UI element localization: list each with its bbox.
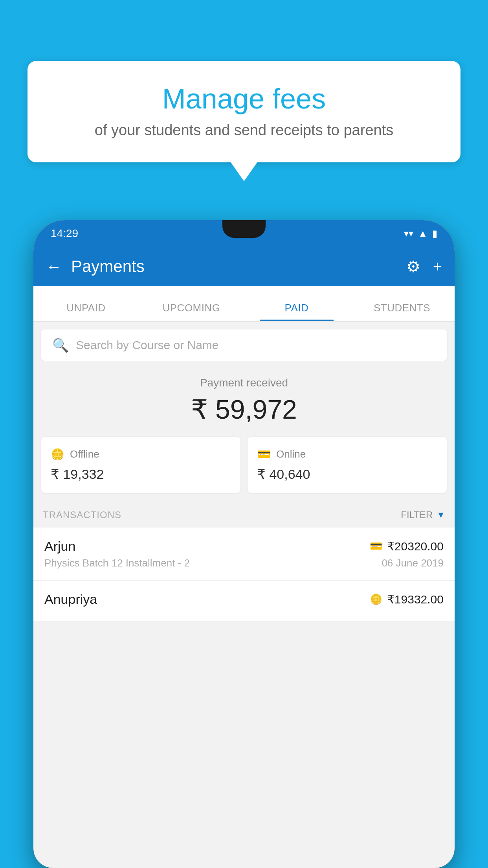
tabs: UNPAID UPCOMING PAID STUDENTS <box>33 286 455 322</box>
payment-cards: 🪙 Offline ₹ 19,332 💳 Online ₹ 40,640 <box>33 437 455 502</box>
bubble-subtitle: of your students and send receipts to pa… <box>51 122 437 139</box>
transaction-amount-2: ₹19332.00 <box>387 592 444 606</box>
cash-payment-icon-2: 🪙 <box>370 593 382 605</box>
back-button[interactable]: ← <box>46 258 62 276</box>
screen-body: 🔍 Search by Course or Name Payment recei… <box>33 322 455 868</box>
search-bar[interactable]: 🔍 Search by Course or Name <box>41 329 447 361</box>
tab-students[interactable]: STUDENTS <box>349 302 455 321</box>
online-card: 💳 Online ₹ 40,640 <box>248 437 447 493</box>
tab-unpaid[interactable]: UNPAID <box>33 302 139 321</box>
signal-icon: ▲ <box>418 228 427 239</box>
phone-screen: 14:29 ▾▾ ▲ ▮ ← Payments ⚙ + UNPAID UPCOM… <box>33 220 455 868</box>
table-row[interactable]: Arjun 💳 ₹20320.00 Physics Batch 12 Insta… <box>33 528 455 581</box>
transaction-top-1: Arjun 💳 ₹20320.00 <box>44 539 444 554</box>
app-bar: ← Payments ⚙ + <box>33 247 455 286</box>
status-bar: 14:29 ▾▾ ▲ ▮ <box>33 220 455 247</box>
search-placeholder: Search by Course or Name <box>76 338 219 352</box>
offline-icon: 🪙 <box>51 448 64 461</box>
plus-icon[interactable]: + <box>433 258 442 276</box>
offline-card-header: 🪙 Offline <box>51 448 231 461</box>
transaction-top-2: Anupriya 🪙 ₹19332.00 <box>44 592 444 607</box>
online-icon: 💳 <box>257 448 271 461</box>
transaction-date-1: 06 June 2019 <box>382 557 444 569</box>
online-amount: ₹ 40,640 <box>257 466 437 482</box>
offline-label: Offline <box>70 448 99 460</box>
notch <box>222 220 266 238</box>
table-row[interactable]: Anupriya 🪙 ₹19332.00 <box>33 581 455 622</box>
transactions-label: TRANSACTIONS <box>43 509 121 520</box>
offline-card: 🪙 Offline ₹ 19,332 <box>41 437 240 493</box>
transaction-detail-1: Physics Batch 12 Installment - 2 <box>44 557 190 569</box>
app-bar-actions: ⚙ + <box>406 257 442 276</box>
filter-icon: ▼ <box>437 510 445 520</box>
transaction-bottom-1: Physics Batch 12 Installment - 2 06 June… <box>44 557 444 569</box>
gear-icon[interactable]: ⚙ <box>406 257 420 276</box>
online-card-header: 💳 Online <box>257 448 437 461</box>
card-payment-icon-1: 💳 <box>370 540 382 552</box>
speech-bubble: Manage fees of your students and send re… <box>28 61 460 162</box>
transaction-amount-wrap-2: 🪙 ₹19332.00 <box>370 592 444 606</box>
payment-received-amount: ₹ 59,972 <box>33 394 455 425</box>
status-icons: ▾▾ ▲ ▮ <box>404 228 437 239</box>
status-time: 14:29 <box>51 227 78 240</box>
search-icon: 🔍 <box>52 337 69 353</box>
filter-label: FILTER <box>401 509 433 520</box>
transaction-name-2: Anupriya <box>44 592 97 607</box>
app-bar-title: Payments <box>71 257 406 276</box>
wifi-icon: ▾▾ <box>404 228 413 239</box>
transaction-name-1: Arjun <box>44 539 75 554</box>
speech-bubble-container: Manage fees of your students and send re… <box>28 61 460 162</box>
tab-paid[interactable]: PAID <box>244 302 349 321</box>
phone-frame: 14:29 ▾▾ ▲ ▮ ← Payments ⚙ + UNPAID UPCOM… <box>33 220 455 868</box>
payment-received-section: Payment received ₹ 59,972 <box>33 361 455 437</box>
battery-icon: ▮ <box>432 228 437 239</box>
payment-received-label: Payment received <box>33 377 455 389</box>
transaction-amount-1: ₹20320.00 <box>387 539 444 553</box>
transactions-header: TRANSACTIONS FILTER ▼ <box>33 502 455 528</box>
tab-upcoming[interactable]: UPCOMING <box>139 302 244 321</box>
filter-button[interactable]: FILTER ▼ <box>401 509 445 520</box>
transaction-amount-wrap-1: 💳 ₹20320.00 <box>370 539 444 553</box>
bubble-title: Manage fees <box>51 83 437 115</box>
online-label: Online <box>276 448 306 460</box>
offline-amount: ₹ 19,332 <box>51 466 231 482</box>
